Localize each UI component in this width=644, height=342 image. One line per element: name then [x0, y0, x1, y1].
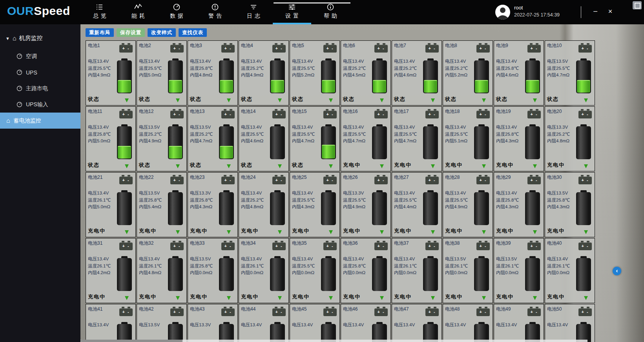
battery-card[interactable]: 电池26 + - 电压13.3V 温度25.5℃ 内阻4.9mΩ 充电中: [341, 172, 391, 237]
battery-plus-minus: + -: [173, 112, 181, 116]
battery-card[interactable]: 电池28 + - 电压13.4V 温度25.5℃ 内阻4.9mΩ 充电中: [443, 172, 493, 237]
find-meter-button[interactable]: 查找仪表: [179, 28, 207, 37]
battery-card[interactable]: 电池35 + - 电压13.4V 温度25.5℃ 内阻0.0mΩ 充电中: [290, 238, 340, 303]
battery-card[interactable]: 电池19 + - 电压13.4V 温度25.8℃ 内阻4.3mΩ 充电中: [494, 106, 544, 171]
close-button[interactable]: ×: [604, 5, 616, 17]
battery-voltage: 电压13.4V: [343, 322, 364, 329]
battery-card[interactable]: 电池47 + - 电压13.4V: [392, 304, 442, 342]
battery-card[interactable]: 电池45 + - 电压13.4V: [290, 304, 340, 342]
battery-card[interactable]: 电池17 + - 电压13.4V 温度25.5℃ 内阻4.7mΩ 充电中: [392, 106, 442, 171]
battery-name: 电池50: [547, 306, 562, 313]
save-settings-button[interactable]: 保存设置: [117, 28, 145, 37]
scrollbar-thumb[interactable]: [80, 340, 182, 342]
battery-card[interactable]: 电池6 + - 电压13.4V 温度25.2℃ 内阻4.5mΩ 状态: [341, 40, 391, 106]
battery-card[interactable]: 电池29 + - 电压13.4V 温度25.8℃ 内阻4.3mΩ 充电中: [494, 172, 544, 237]
sidebar-item-ups[interactable]: UPS: [0, 64, 80, 80]
battery-card[interactable]: 电池24 + - 电压13.4V 温度25.2℃ 内阻4.8mΩ 充电中: [239, 172, 289, 237]
battery-card[interactable]: 电池46 + - 电压13.4V: [341, 304, 391, 342]
battery-card[interactable]: 电池48 + - 电压13.4V: [443, 304, 493, 342]
battery-card[interactable]: 电池39 + - 电压13.5V 温度26.1℃ 内阻0.0mΩ 充电中: [494, 238, 544, 303]
battery-card[interactable]: 电池38 + - 电压13.5V 温度26.1℃ 内阻0.0mΩ 充电中: [443, 238, 493, 303]
battery-readings: 电压13.4V 温度26.1℃ 内阻0.0mΩ: [547, 256, 570, 277]
tab-settings[interactable]: 设置: [273, 0, 311, 24]
tab-help[interactable]: 帮助: [311, 0, 350, 24]
tab-alerts[interactable]: 警告: [196, 0, 234, 24]
battery-card[interactable]: 电池23 + - 电压13.3V 温度25.8℃ 内阻4.3mΩ 充电中: [188, 172, 238, 237]
battery-card[interactable]: 电池33 + - 电压13.5V 温度25.8℃ 内阻0.0mΩ 充电中: [188, 238, 238, 303]
sidebar: ▼ ⌂ 机房监控 空调 UPS 主路市电 UPS输入 ⌂ 蓄电池监控: [0, 24, 80, 342]
tab-logs[interactable]: 日志: [234, 0, 273, 24]
battery-card[interactable]: 电池2 + - 电压13.4V 温度25.5℃ 内阻5.0mΩ 状态: [137, 40, 187, 106]
battery-readings: 电压13.4V 温度25.5℃ 内阻5.1mΩ: [445, 124, 468, 145]
sidebar-item-aircon[interactable]: 空调: [0, 48, 80, 64]
battery-card[interactable]: 电池3 + - 电压13.4V 温度25.8℃ 内阻4.8mΩ 状态: [188, 40, 238, 106]
battery-readings: 电压13.4V 温度26.1℃ 内阻5.0mΩ: [88, 190, 111, 211]
tab-overview[interactable]: 总览: [80, 0, 119, 24]
battery-card[interactable]: 电池11 + - 电压13.4V 温度25.8℃ 内阻5.0mΩ 状态: [86, 106, 136, 171]
battery-card[interactable]: 电池16 + - 电压13.4V 温度25.5℃ 内阻4.7mΩ 充电中: [341, 106, 391, 171]
battery-card[interactable]: 电池34 + - 电压13.4V 温度26.1℃ 内阻0.0mΩ 充电中: [239, 238, 289, 303]
horizontal-scrollbar[interactable]: [80, 340, 587, 342]
battery-card[interactable]: 电池50 + - 电压13.4V: [545, 304, 595, 342]
collapse-chevron-button[interactable]: ‹: [613, 267, 621, 275]
battery-status: 充电中: [394, 293, 412, 300]
sidebar-item-mains[interactable]: 主路市电: [0, 80, 80, 96]
battery-resistance: 内阻0.0mΩ: [547, 269, 570, 277]
battery-card[interactable]: 电池40 + - 电压13.4V 温度26.1℃ 内阻0.0mΩ 充电中: [545, 238, 595, 303]
battery-card[interactable]: 电池37 + - 电压13.4V 温度26.1℃ 内阻0.0mΩ 充电中: [392, 238, 442, 303]
tab-data[interactable]: 数据: [157, 0, 196, 24]
battery-card[interactable]: 电池49 + - 电压13.4V: [494, 304, 544, 342]
battery-card[interactable]: 电池32 + - 电压13.4V 温度26.1℃ 内阻4.8mΩ 充电中: [137, 238, 187, 303]
battery-card[interactable]: 电池9 + - 电压13.4V 温度25.8℃ 内阻4.6mΩ 状态: [494, 40, 544, 106]
battery-card[interactable]: 电池27 + - 电压13.4V 温度25.5℃ 内阻4.4mΩ 充电中: [392, 172, 442, 237]
battery-readings: 电压13.4V 温度25.2℃ 内阻5.2mΩ: [445, 58, 468, 79]
sidebar-item-battery-monitoring[interactable]: ⌂ 蓄电池监控: [0, 113, 80, 129]
battery-card[interactable]: 电池1 + - 电压13.4V 温度25.5℃ 内阻4.9mΩ 状态: [86, 40, 136, 106]
battery-card[interactable]: 电池36 + - 电压13.4V 温度25.8℃ 内阻0.0mΩ 充电中: [341, 238, 391, 303]
battery-card[interactable]: 电池5 + - 电压13.4V 温度25.5℃ 内阻5.2mΩ 状态: [290, 40, 340, 106]
battery-card[interactable]: 电池41 + - 电压13.4V: [86, 304, 136, 342]
battery-card[interactable]: 电池14 + - 电压13.4V 温度25.5℃ 内阻4.6mΩ 状态: [239, 106, 289, 171]
relayout-button[interactable]: 重新布局: [86, 28, 114, 37]
charge-arrow-icon: [431, 230, 435, 234]
battery-card[interactable]: 电池7 + - 电压13.4V 温度25.2℃ 内阻4.6mΩ 状态: [392, 40, 442, 106]
battery-card[interactable]: 电池21 + - 电压13.4V 温度26.1℃ 内阻5.0mΩ 充电中: [86, 172, 136, 237]
battery-card[interactable]: 电池18 + - 电压13.4V 温度25.5℃ 内阻5.1mΩ 充电中: [443, 106, 493, 171]
battery-card[interactable]: 电池42 + - 电压13.5V: [137, 304, 187, 342]
sidebar-group-room-monitoring[interactable]: ▼ ⌂ 机房监控: [0, 24, 80, 48]
battery-name: 电池9: [496, 42, 508, 49]
battery-card[interactable]: 电池44 + - 电压13.4V: [239, 304, 289, 342]
battery-plus-minus: + -: [479, 178, 487, 182]
screen-capture-icon[interactable]: [633, 1, 642, 9]
battery-card[interactable]: 电池15 + - 电压13.4V 温度25.5℃ 内阻4.7mΩ 状态: [290, 106, 340, 171]
battery-card[interactable]: 电池22 + - 电压13.5V 温度25.8℃ 内阻5.4mΩ 充电中: [137, 172, 187, 237]
topbar-divider: [581, 6, 581, 18]
change-style-button[interactable]: 改变样式: [148, 28, 176, 37]
battery-card[interactable]: 电池20 + - 电压13.3V 温度25.2℃ 内阻4.8mΩ 充电中: [545, 106, 595, 171]
battery-status: 充电中: [496, 227, 514, 235]
sidebar-item-ups-input[interactable]: UPS输入: [0, 96, 80, 113]
minimize-button[interactable]: −: [589, 5, 601, 17]
battery-status: 状态: [394, 96, 406, 103]
battery-card[interactable]: 电池13 + - 电压13.5V 温度25.2℃ 内阻4.7mΩ 状态: [188, 106, 238, 171]
battery-card[interactable]: 电池10 + - 电压13.5V 温度25.5℃ 内阻4.7mΩ 状态: [545, 40, 595, 106]
mini-battery-icon: + -: [272, 308, 286, 316]
battery-readings: 电压13.4V 温度26.1℃ 内阻0.0mΩ: [241, 256, 264, 277]
battery-card[interactable]: 电池8 + - 电压13.4V 温度25.2℃ 内阻5.2mΩ 状态: [443, 40, 493, 106]
battery-card[interactable]: 电池43 + - 电压13.3V: [188, 304, 238, 342]
battery-card[interactable]: 电池12 + - 电压13.5V 温度25.2℃ 内阻4.9mΩ 状态: [137, 106, 187, 171]
battery-name: 电池35: [292, 240, 306, 247]
battery-card[interactable]: 电池4 + - 电压13.4V 温度25.2℃ 内阻4.9mΩ 状态: [239, 40, 289, 106]
battery-voltage: 电压13.4V: [241, 322, 262, 329]
battery-level-icon: [525, 126, 540, 159]
user-avatar[interactable]: [495, 5, 510, 20]
battery-card[interactable]: 电池25 + - 电压13.4V 温度25.5℃ 内阻4.3mΩ 充电中: [290, 172, 340, 237]
tab-label: 日志: [244, 13, 263, 20]
battery-card[interactable]: 电池30 + - 电压13.5V 温度25.8℃ 内阻4.3mΩ 充电中: [545, 172, 595, 237]
battery-level-icon: [168, 192, 183, 225]
battery-name: 电池19: [496, 108, 511, 115]
tab-energy[interactable]: 能耗: [119, 0, 157, 24]
battery-temperature: 温度26.1℃: [88, 263, 111, 270]
battery-voltage: 电压13.4V: [496, 322, 517, 329]
battery-card[interactable]: 电池31 + - 电压13.4V 温度26.1℃ 内阻4.2mΩ 充电中: [86, 238, 136, 303]
